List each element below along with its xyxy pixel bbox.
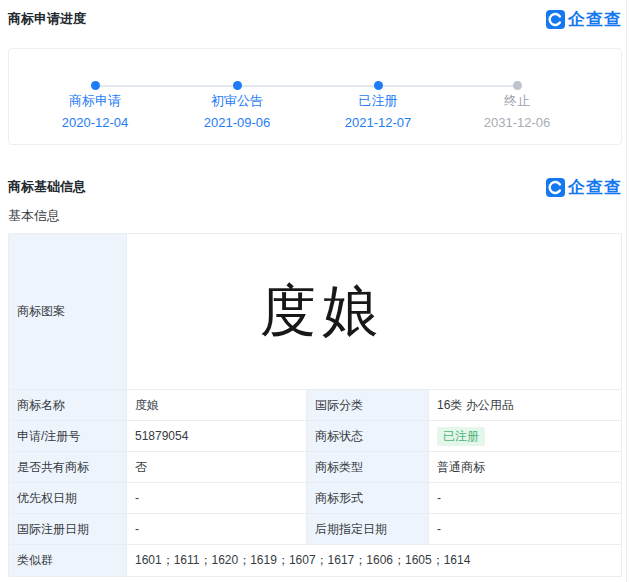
- timeline-step-terminated: 终止 2031-12-06: [457, 92, 577, 130]
- value-trademark-status: 已注册: [429, 421, 621, 452]
- value-later-designation-date: -: [429, 514, 621, 545]
- progress-section-title: 商标申请进度: [8, 10, 86, 28]
- row-label-intl-class: 国际分类: [307, 390, 429, 421]
- qichacha-c-icon: [546, 178, 565, 197]
- value-similar-group: 1601；1611；1620；1619；1607；1617；1606；1605；…: [127, 545, 621, 576]
- timeline-step-label: 终止: [457, 92, 577, 110]
- row-label-later-designation-date: 后期指定日期: [307, 514, 429, 545]
- row-label-similar-group: 类似群: [9, 545, 127, 576]
- row-label-priority-date: 优先权日期: [9, 483, 127, 514]
- timeline-dot-registered: [374, 81, 383, 90]
- basic-info-subtitle: 基本信息: [8, 207, 60, 225]
- qichacha-logo-text: 企查查: [568, 176, 622, 199]
- timeline-step-label: 初审公告: [177, 92, 297, 110]
- timeline-dot-terminated: [513, 81, 522, 90]
- page-right-edge: [626, 0, 627, 582]
- basic-section-title: 商标基础信息: [8, 178, 86, 196]
- timeline-step-date: 2020-12-04: [35, 115, 155, 130]
- row-label-shared-trademark: 是否共有商标: [9, 452, 127, 483]
- progress-section-header: 商标申请进度 企查查: [8, 6, 622, 32]
- timeline-step-registered: 已注册 2021-12-07: [318, 92, 438, 130]
- timeline-step-date: 2031-12-06: [457, 115, 577, 130]
- basic-section-header: 商标基础信息 企查查: [8, 174, 622, 200]
- timeline-step-announced: 初审公告 2021-09-06: [177, 92, 297, 130]
- value-intl-class: 16类 办公用品: [429, 390, 621, 421]
- row-label-trademark-name: 商标名称: [9, 390, 127, 421]
- value-trademark-name: 度娘: [127, 390, 307, 421]
- status-badge: 已注册: [437, 427, 485, 446]
- qichacha-logo-text: 企查查: [568, 8, 622, 31]
- timeline-step-applied: 商标申请 2020-12-04: [35, 92, 155, 130]
- qichacha-logo[interactable]: 企查查: [546, 8, 622, 31]
- value-reg-number: 51879054: [127, 421, 307, 452]
- qichacha-c-icon: [546, 10, 565, 29]
- trademark-image-cell: 度娘: [127, 234, 621, 390]
- row-label-trademark-form: 商标形式: [307, 483, 429, 514]
- trademark-detail-page: 商标申请进度 企查查 商标申请 2020-12-04 初审公告 2021-09-…: [0, 0, 630, 582]
- timeline-dot-applied: [91, 81, 100, 90]
- basic-info-table: 商标图案 度娘 商标名称 度娘 国际分类 16类 办公用品 申请/注册号 518…: [8, 233, 622, 577]
- row-label-reg-number: 申请/注册号: [9, 421, 127, 452]
- value-trademark-type: 普通商标: [429, 452, 621, 483]
- row-label-intl-reg-date: 国际注册日期: [9, 514, 127, 545]
- row-label-trademark-type: 商标类型: [307, 452, 429, 483]
- timeline-connector-line: [95, 85, 517, 87]
- timeline-step-label: 商标申请: [35, 92, 155, 110]
- progress-timeline-card: 商标申请 2020-12-04 初审公告 2021-09-06 已注册 2021…: [8, 48, 622, 145]
- timeline-dot-announced: [233, 81, 242, 90]
- row-label-trademark-image: 商标图案: [9, 234, 127, 390]
- value-shared-trademark: 否: [127, 452, 307, 483]
- trademark-image-text: 度娘: [260, 274, 384, 350]
- timeline-step-label: 已注册: [318, 92, 438, 110]
- row-label-trademark-status: 商标状态: [307, 421, 429, 452]
- value-trademark-form: -: [429, 483, 621, 514]
- timeline-step-date: 2021-09-06: [177, 115, 297, 130]
- timeline-step-date: 2021-12-07: [318, 115, 438, 130]
- value-intl-reg-date: -: [127, 514, 307, 545]
- value-priority-date: -: [127, 483, 307, 514]
- qichacha-logo[interactable]: 企查查: [546, 176, 622, 199]
